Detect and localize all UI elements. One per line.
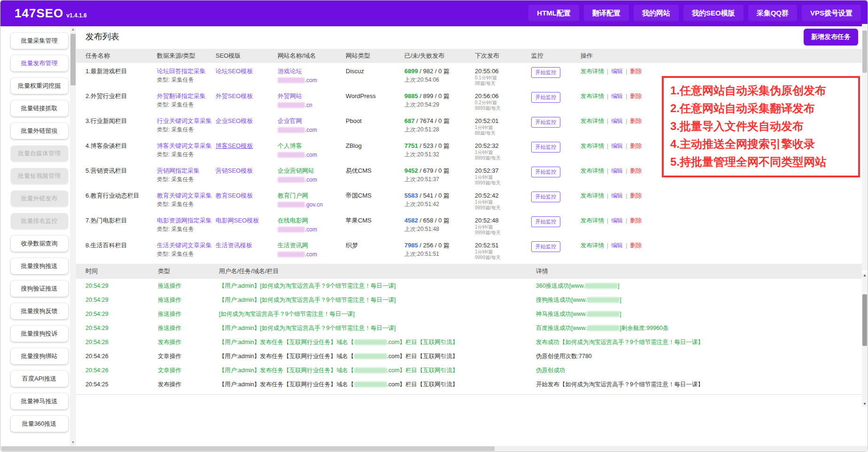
- sidebar-item[interactable]: 批量搜狗推送: [11, 258, 68, 274]
- site-name-link[interactable]: 企业官网: [278, 117, 302, 124]
- start-monitor-button[interactable]: 开始监控: [531, 241, 560, 252]
- site-name-link[interactable]: 游戏论坛: [278, 68, 302, 75]
- site-name-link[interactable]: 个人博客: [278, 142, 302, 149]
- site-name-link[interactable]: 在线电影网: [278, 217, 308, 224]
- source-link[interactable]: 行业关键词文章采集: [157, 117, 212, 124]
- sidebar-item[interactable]: 批量发布管理: [11, 55, 68, 71]
- log-table-scrollbar[interactable]: ▲ ▼: [862, 273, 868, 407]
- top-menu-item[interactable]: 我的SEO模版: [683, 5, 744, 22]
- sidebar-item[interactable]: 批量搜狗绑站: [11, 348, 68, 364]
- sidebar-item[interactable]: 批量搜狗反馈: [11, 303, 68, 319]
- top-menu-item[interactable]: 翻译配置: [584, 5, 629, 22]
- publish-details-link[interactable]: 发布详情: [581, 118, 604, 124]
- start-monitor-button[interactable]: 开始监控: [531, 117, 560, 128]
- app-title: 147SEO: [15, 6, 63, 21]
- publish-details-link[interactable]: 发布详情: [581, 143, 604, 149]
- start-monitor-button[interactable]: 开始监控: [531, 167, 560, 177]
- top-menu-item[interactable]: HTML配置: [528, 5, 579, 22]
- sidebar-item[interactable]: 批量权重词挖掘: [11, 78, 68, 94]
- publish-details-link[interactable]: 发布详情: [581, 93, 604, 100]
- seo-template-link[interactable]: 论坛SEO模板: [216, 68, 253, 75]
- delete-link[interactable]: 删除: [630, 168, 642, 174]
- delete-link[interactable]: 删除: [630, 118, 642, 124]
- source-link[interactable]: 外贸翻译指定采集: [157, 92, 206, 100]
- sidebar-item[interactable]: 搜狗验证推送: [11, 281, 68, 297]
- start-monitor-button[interactable]: 开始监控: [531, 216, 560, 227]
- publish-details-link[interactable]: 发布详情: [581, 68, 604, 75]
- edit-link[interactable]: 编辑: [611, 68, 623, 75]
- publish-details-link[interactable]: 发布详情: [581, 192, 604, 199]
- log-content: 【用户:admin】[如何成为淘宝运营高手？9个细节需注意！每日一课]: [217, 296, 534, 304]
- edit-link[interactable]: 编辑: [611, 118, 623, 124]
- site-name-link[interactable]: 外贸网站: [278, 92, 302, 100]
- log-type: 文章操作: [156, 367, 217, 375]
- publish-counts: 7751 / 523 / 0 篇上次:20:51:32: [403, 142, 473, 159]
- sidebar-item[interactable]: 收录数据查询: [11, 236, 68, 252]
- sidebar-scrollbar[interactable]: ▲ ▼: [70, 26, 76, 446]
- seo-template-link[interactable]: 外贸SEO模板: [216, 92, 253, 100]
- log-type: 推送操作: [156, 324, 217, 332]
- sidebar-item[interactable]: 批量链接抓取: [11, 100, 68, 116]
- task-scrollbar-thumb[interactable]: [862, 31, 867, 73]
- sidebar-item[interactable]: 批量神马推送: [11, 393, 68, 409]
- seo-template-link[interactable]: 电影网SEO模板: [216, 217, 259, 224]
- cms-type: 帝国CMS: [344, 192, 403, 199]
- source-link[interactable]: 生活关键词文章采集: [157, 242, 212, 249]
- publish-details-link[interactable]: 发布详情: [581, 217, 604, 224]
- edit-link[interactable]: 编辑: [611, 192, 623, 199]
- seo-template-link[interactable]: 营销SEO模板: [216, 167, 253, 174]
- log-scrollbar-thumb[interactable]: [862, 294, 867, 346]
- start-monitor-button[interactable]: 开始监控: [531, 92, 560, 103]
- site-name-link[interactable]: 企业营销网站: [278, 167, 314, 174]
- start-monitor-button[interactable]: 开始监控: [531, 142, 560, 153]
- edit-link[interactable]: 编辑: [611, 143, 623, 149]
- sidebar-item[interactable]: 批量外链留痕: [11, 123, 68, 139]
- sidebar-item[interactable]: 批量搜狗投诉: [11, 326, 68, 342]
- column-header: 类型: [156, 267, 217, 276]
- task-table-scrollbar[interactable]: [862, 24, 868, 270]
- source-link[interactable]: 教育关键词文章采集: [157, 192, 212, 199]
- sidebar-item[interactable]: 百度API推送: [11, 371, 68, 387]
- horizontal-scrollbar[interactable]: [0, 446, 868, 452]
- publish-details-link[interactable]: 发布详情: [581, 242, 604, 249]
- task-name: 4.博客杂谈栏目: [76, 142, 155, 150]
- publish-details-link[interactable]: 发布详情: [581, 168, 604, 174]
- seo-template-link[interactable]: 教育SEO模板: [216, 192, 253, 199]
- source-link[interactable]: 电影资源网指定采集: [157, 217, 212, 224]
- delete-link[interactable]: 删除: [630, 217, 642, 224]
- seo-template-link[interactable]: 博客SEO模板: [216, 142, 253, 149]
- log-row: 20:54:28 发布操作 【用户:admin】发布任务【互联网行业任务】域名【…: [76, 335, 862, 349]
- top-menu-item[interactable]: 采集QQ群: [748, 5, 797, 22]
- seo-template-link[interactable]: 企业SEO模板: [216, 117, 253, 124]
- delete-link[interactable]: 删除: [630, 93, 642, 100]
- seo-template-link[interactable]: 生活资讯模板: [216, 242, 252, 249]
- top-menu-item[interactable]: 我的网站: [634, 5, 679, 22]
- delete-link[interactable]: 删除: [630, 143, 642, 149]
- task-row: 6.教育行业动态栏目 教育关键词文章采集类型: 采集任务 教育SEO模板 教育门…: [76, 187, 862, 212]
- delete-link[interactable]: 删除: [630, 192, 642, 199]
- source-link[interactable]: 营销网指定采集: [157, 167, 200, 174]
- site-name-link[interactable]: 生活资讯网: [278, 242, 308, 249]
- sidebar-item[interactable]: 批量360推送: [11, 416, 68, 432]
- edit-link[interactable]: 编辑: [611, 242, 623, 249]
- top-menu-item[interactable]: VPS拨号设置: [802, 5, 861, 22]
- edit-link[interactable]: 编辑: [611, 217, 623, 224]
- horizontal-scrollbar-thumb[interactable]: [1, 446, 495, 451]
- source-link[interactable]: 博客关键词文章采集: [157, 142, 212, 149]
- sidebar-item[interactable]: 批量采集管理: [11, 33, 68, 49]
- edit-link[interactable]: 编辑: [611, 93, 623, 100]
- source-link[interactable]: 论坛回答指定采集: [157, 68, 206, 75]
- start-monitor-button[interactable]: 开始监控: [531, 67, 560, 78]
- log-row: 20:54:29 推送操作 [如何成为淘宝运营高手？9个细节需注意！每日一课] …: [76, 307, 862, 321]
- start-monitor-button[interactable]: 开始监控: [531, 192, 560, 202]
- scroll-down-icon[interactable]: ▼: [70, 439, 76, 446]
- scroll-down-icon[interactable]: ▼: [862, 401, 868, 407]
- scroll-up-icon[interactable]: ▲: [70, 26, 76, 33]
- delete-link[interactable]: 删除: [630, 242, 642, 249]
- scroll-up-icon[interactable]: ▲: [862, 273, 868, 278]
- delete-link[interactable]: 删除: [630, 68, 642, 75]
- site-name-link[interactable]: 教育门户网: [278, 192, 308, 199]
- edit-link[interactable]: 编辑: [611, 168, 623, 174]
- add-publish-task-button[interactable]: 新增发布任务: [804, 29, 858, 46]
- sidebar-scrollbar-thumb[interactable]: [70, 34, 76, 85]
